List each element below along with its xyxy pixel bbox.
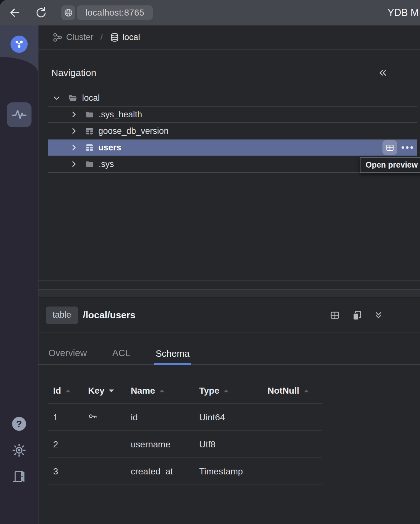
collapse-info-button[interactable] (374, 311, 383, 320)
cluster-nodes-icon (53, 32, 63, 42)
cell-type: Utf8 (199, 439, 268, 450)
folder-open-icon (68, 93, 78, 103)
help-icon: ? (12, 417, 26, 431)
main-content: Cluster / local Navigation (38, 25, 420, 524)
schema-table: Id Key Name Type (48, 378, 322, 485)
breadcrumb: Cluster / local (38, 25, 420, 50)
tree-item-goose-db-version[interactable]: goose_db_version (48, 123, 417, 140)
info-tabs: Overview ACL Schema (38, 333, 420, 365)
sort-desc-icon (109, 390, 114, 392)
tree-item-label: local (82, 93, 100, 103)
tree-item-label: .sys (99, 159, 114, 169)
tab-overview[interactable]: Overview (47, 348, 88, 364)
chevron-down-icon[interactable] (52, 94, 61, 102)
copy-icon (352, 310, 362, 320)
gear-icon (11, 442, 27, 458)
panel-splitter[interactable] (38, 289, 420, 298)
site-info-button[interactable] (61, 5, 75, 20)
reload-button[interactable] (34, 6, 48, 20)
navigation-panel: Navigation (38, 50, 420, 281)
cell-type: Timestamp (199, 466, 268, 477)
pulse-icon (11, 107, 27, 123)
table-preview-icon (386, 143, 394, 152)
breadcrumb-cluster[interactable]: Cluster (66, 32, 94, 42)
object-info-header: table /local/users (38, 298, 420, 333)
column-header-key[interactable]: Key (88, 386, 131, 396)
schema-row: 1 id Uint64 (48, 404, 322, 431)
column-header-notnull[interactable]: NotNull (268, 386, 322, 396)
open-preview-button[interactable] (330, 310, 340, 320)
cell-id: 2 (53, 439, 88, 450)
tree-item-local[interactable]: local (48, 90, 417, 107)
cell-type: Uint64 (199, 412, 268, 423)
cluster-icon (14, 39, 24, 49)
sidebar-item-help[interactable]: ? (11, 416, 27, 432)
entity-type-badge: table (46, 307, 78, 324)
schema-header-row: Id Key Name Type (48, 378, 322, 404)
app-sidebar: ? (0, 25, 38, 524)
sort-asc-icon (304, 390, 309, 392)
column-header-id[interactable]: Id (53, 386, 88, 396)
schema-row: 2 username Utf8 (48, 431, 322, 458)
sidebar-item-logout[interactable] (11, 469, 27, 485)
more-actions-button[interactable] (402, 146, 413, 149)
table-grid-icon (85, 143, 94, 152)
sidebar-item-cluster[interactable] (10, 36, 28, 53)
url-text: localhost:8765 (86, 8, 144, 18)
table-grid-icon (330, 310, 340, 320)
breadcrumb-separator: / (101, 32, 103, 42)
url-bar[interactable]: localhost:8765 (77, 5, 153, 20)
double-chevron-down-icon (374, 311, 383, 320)
key-icon (88, 411, 98, 421)
chevron-right-icon[interactable] (70, 143, 78, 152)
tree-item-users[interactable]: users (48, 140, 417, 156)
sort-asc-icon (224, 390, 229, 392)
double-chevron-left-icon (377, 67, 388, 78)
reload-icon (34, 6, 48, 19)
tab-schema[interactable]: Schema (154, 348, 191, 365)
cell-key (88, 411, 131, 423)
chevron-right-icon[interactable] (70, 110, 78, 119)
column-header-type[interactable]: Type (199, 386, 268, 396)
object-info-panel: table /local/users (38, 298, 420, 485)
panel-gap (38, 281, 420, 289)
navigation-title: Navigation (51, 67, 96, 78)
tooltip-open-preview: Open preview (360, 157, 420, 173)
cell-name: id (131, 412, 199, 423)
folder-icon (85, 110, 94, 119)
cell-id: 3 (53, 466, 88, 477)
chevron-right-icon[interactable] (70, 160, 78, 168)
cell-name: created_at (131, 466, 199, 477)
globe-icon (64, 8, 73, 17)
tree-item-sys-health[interactable]: .sys_health (48, 107, 417, 123)
sort-asc-icon (66, 390, 71, 392)
tree-item-label: .sys_health (99, 110, 142, 120)
open-preview-button[interactable] (382, 140, 397, 155)
sidebar-item-settings[interactable] (11, 442, 27, 458)
table-grid-icon (85, 127, 94, 135)
back-icon (7, 6, 21, 20)
entity-path: /local/users (83, 310, 136, 321)
schema-row: 3 created_at Timestamp (48, 458, 322, 485)
database-icon (110, 32, 120, 42)
sort-asc-icon (159, 390, 164, 392)
logout-door-icon (11, 469, 27, 485)
page-title: YDB M (388, 7, 419, 18)
copy-path-button[interactable] (352, 310, 362, 320)
chevron-right-icon[interactable] (70, 127, 78, 135)
browser-topbar: localhost:8765 YDB M (0, 0, 420, 25)
screen: localhost:8765 YDB M (0, 0, 420, 524)
folder-icon (85, 160, 94, 169)
collapse-panel-button[interactable] (377, 67, 388, 78)
breadcrumb-database: local (122, 32, 140, 42)
cell-id: 1 (53, 412, 88, 423)
back-button[interactable] (7, 6, 21, 20)
sidebar-item-monitoring[interactable] (7, 102, 32, 127)
tab-acl[interactable]: ACL (111, 348, 131, 364)
column-header-name[interactable]: Name (131, 386, 199, 396)
cell-name: username (131, 439, 199, 450)
tree-item-label: users (98, 143, 121, 153)
tree-item-label: goose_db_version (98, 126, 169, 136)
